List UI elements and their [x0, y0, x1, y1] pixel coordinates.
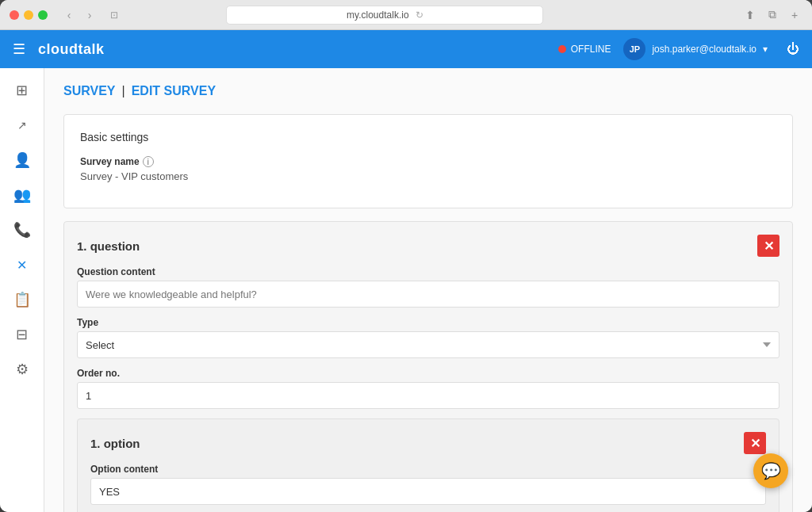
- remove-question-icon: ✕: [764, 239, 774, 254]
- chat-bubble-icon: 💬: [761, 461, 781, 480]
- sidebar-item-integrations[interactable]: ⊟: [6, 319, 38, 350]
- remove-option-icon: ✕: [750, 436, 760, 451]
- option-title: 1. option: [90, 437, 140, 450]
- option-content-field: Option content: [90, 464, 766, 505]
- option-card: 1. option ✕ Option content Order no.: [77, 418, 779, 512]
- offline-dot: [558, 45, 566, 53]
- back-button[interactable]: ‹: [60, 6, 78, 24]
- forward-button[interactable]: ›: [81, 6, 98, 24]
- survey-icon: ✕: [17, 258, 27, 273]
- sidebar-item-team[interactable]: 👥: [6, 179, 38, 211]
- minimize-button[interactable]: [24, 10, 33, 20]
- question-content-label: Question content: [77, 266, 779, 277]
- settings-icon: ⚙: [16, 361, 29, 378]
- remove-question-button[interactable]: ✕: [757, 235, 779, 257]
- question-type-label: Type: [77, 317, 779, 328]
- dashboard-icon: ⊞: [16, 82, 28, 99]
- user-email: josh.parker@cloudtalk.io: [652, 44, 756, 55]
- close-button[interactable]: [10, 10, 19, 20]
- integrations-icon: ⊟: [16, 326, 28, 343]
- basic-settings-title: Basic settings: [80, 131, 776, 143]
- question-title: 1. question: [77, 239, 140, 253]
- phone-icon: 📞: [13, 221, 31, 239]
- question-order-field: Order no.: [77, 368, 779, 409]
- info-icon[interactable]: i: [143, 156, 154, 167]
- tab-icon[interactable]: ⧉: [764, 7, 780, 23]
- survey-name-value: Survey - VIP customers: [80, 170, 776, 182]
- content-area: SURVEY | EDIT SURVEY Basic settings Surv…: [44, 68, 812, 512]
- add-tab-icon[interactable]: +: [787, 7, 802, 23]
- sidebar-item-phone[interactable]: 📞: [6, 214, 38, 246]
- chat-bubble-button[interactable]: 💬: [753, 453, 788, 488]
- option-content-input[interactable]: [90, 478, 766, 505]
- question-content-input[interactable]: [77, 281, 779, 308]
- power-icon[interactable]: ⏻: [787, 42, 799, 56]
- avatar: JP: [623, 38, 645, 60]
- question-card: 1. question ✕ Question content Type Sele…: [63, 221, 793, 512]
- breadcrumb: SURVEY | EDIT SURVEY: [63, 84, 793, 98]
- chevron-down-icon: ▾: [763, 44, 768, 55]
- menu-icon[interactable]: ☰: [13, 40, 25, 58]
- breadcrumb-edit: EDIT SURVEY: [132, 84, 216, 98]
- reports-icon: 📋: [13, 291, 31, 308]
- survey-name-label: Survey name: [80, 156, 140, 167]
- top-navigation: ☰ cloudtalk OFFLINE JP josh.parker@cloud…: [0, 30, 812, 68]
- question-content-field: Question content: [77, 266, 779, 308]
- traffic-lights[interactable]: [10, 10, 48, 20]
- sidebar-item-reports[interactable]: 📋: [6, 284, 38, 315]
- address-bar[interactable]: my.cloudtalk.io ↻: [226, 6, 543, 25]
- remove-option-button[interactable]: ✕: [744, 432, 766, 454]
- brand-logo: cloudtalk: [38, 41, 105, 58]
- analytics-icon: ↗: [17, 119, 27, 132]
- sidebar-item-analytics[interactable]: ↗: [6, 109, 38, 141]
- question-order-input[interactable]: [77, 382, 779, 409]
- basic-settings-card: Basic settings Survey name i Survey - VI…: [63, 114, 793, 208]
- breadcrumb-divider: |: [122, 84, 125, 98]
- sidebar: ⊞ ↗ 👤 👥 📞 ✕ 📋: [0, 68, 44, 512]
- window-control: ⊡: [105, 6, 124, 25]
- sidebar-item-settings[interactable]: ⚙: [6, 353, 38, 385]
- question-type-field: Type Select: [77, 317, 779, 358]
- contacts-icon: 👤: [13, 151, 31, 169]
- offline-status: OFFLINE: [558, 44, 611, 55]
- survey-name-field: Survey name i Survey - VIP customers: [80, 156, 776, 182]
- user-menu[interactable]: JP josh.parker@cloudtalk.io ▾: [623, 38, 768, 60]
- question-order-label: Order no.: [77, 368, 779, 379]
- sidebar-item-contacts[interactable]: 👤: [6, 144, 38, 176]
- sidebar-item-dashboard[interactable]: ⊞: [6, 75, 38, 106]
- sidebar-item-survey[interactable]: ✕: [6, 249, 38, 281]
- team-icon: 👥: [13, 186, 31, 204]
- offline-label: OFFLINE: [571, 44, 611, 55]
- url-text: my.cloudtalk.io: [347, 10, 408, 21]
- reload-icon[interactable]: ↻: [416, 10, 423, 21]
- share-icon[interactable]: ⬆: [742, 7, 758, 23]
- maximize-button[interactable]: [38, 10, 48, 20]
- question-type-select[interactable]: Select: [77, 331, 779, 358]
- breadcrumb-survey[interactable]: SURVEY: [63, 84, 116, 98]
- option-content-label: Option content: [90, 464, 766, 475]
